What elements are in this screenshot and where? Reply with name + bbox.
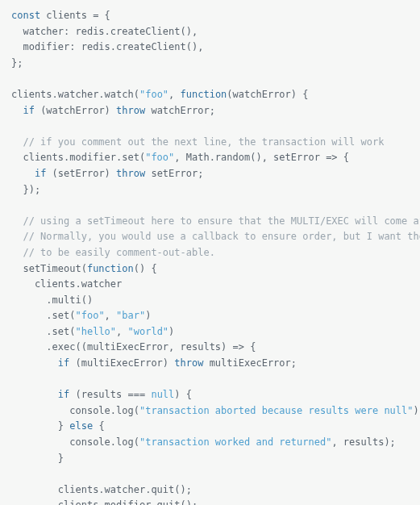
- code-text: (watchError) {: [227, 89, 308, 100]
- comment: // Normally, you would use a callback to…: [11, 231, 420, 242]
- string: "foo": [139, 89, 168, 100]
- code-text: .set(: [11, 326, 75, 337]
- code-text: ) {: [174, 389, 192, 400]
- code-text: clients.watcher.watch(: [11, 89, 139, 100]
- code-text: {: [93, 420, 104, 432]
- code-text: console.log(: [11, 405, 139, 416]
- string: "world": [128, 326, 169, 337]
- code-text: };: [11, 57, 23, 69]
- code-text: (setError): [46, 168, 116, 179]
- code-text: multiExecError;: [203, 357, 297, 369]
- string: "transaction aborted because results wer…: [139, 405, 414, 416]
- code-text: () {: [134, 263, 157, 274]
- code-text: watchError;: [145, 105, 215, 116]
- code-text: ,: [116, 326, 127, 337]
- code-block: const clients = { watcher: redis.createC…: [11, 8, 409, 505]
- code-text: modifier: redis.createClient(),: [11, 41, 203, 52]
- code-text: ,: [105, 310, 116, 321]
- keyword: function: [181, 89, 227, 100]
- code-text: , results);: [331, 436, 395, 448]
- keyword: throw: [174, 357, 203, 369]
- string: "foo": [145, 152, 174, 163]
- code-text: ): [145, 310, 151, 321]
- code-text: );: [414, 405, 420, 416]
- code-text: ,: [168, 89, 180, 100]
- string: "foo": [75, 310, 104, 321]
- string: "bar": [116, 310, 145, 321]
- code-text: .multi(): [11, 294, 93, 306]
- code-text: (results ===: [69, 389, 151, 400]
- literal: null: [151, 389, 174, 400]
- code-text: (watchError): [35, 105, 116, 116]
- code-text: clients.watcher: [11, 278, 122, 290]
- code-text: , Math.random(), setError => {: [174, 152, 349, 163]
- code-text: .set(: [11, 310, 75, 321]
- code-text: setError;: [145, 168, 203, 179]
- code-text: [11, 357, 58, 369]
- code-text: .exec((multiExecError, results) => {: [11, 341, 256, 353]
- code-text: }: [11, 420, 69, 432]
- code-text: });: [11, 184, 40, 195]
- comment: // if you comment out the next line, the…: [11, 136, 384, 148]
- code-text: clients.modifier.set(: [11, 152, 145, 163]
- code-text: clients = {: [40, 10, 110, 21]
- keyword: if: [58, 357, 69, 369]
- keyword: else: [69, 420, 93, 432]
- comment: // using a setTimeout here to ensure tha…: [11, 215, 420, 227]
- code-content: const clients = { watcher: redis.createC…: [11, 10, 420, 505]
- code-text: [11, 105, 23, 116]
- code-text: watcher: redis.createClient(),: [11, 26, 198, 37]
- code-text: console.log(: [11, 436, 139, 448]
- keyword: if: [58, 389, 69, 400]
- keyword: throw: [116, 105, 145, 116]
- string: "hello": [75, 326, 116, 337]
- code-text: setTimeout(: [11, 263, 87, 274]
- code-text: [11, 389, 58, 400]
- code-text: ): [168, 326, 174, 337]
- keyword: if: [35, 168, 46, 179]
- keyword: function: [87, 263, 134, 274]
- string: "transaction worked and returned": [139, 436, 331, 448]
- code-text: [11, 168, 35, 179]
- keyword: throw: [116, 168, 145, 179]
- code-text: }: [11, 453, 64, 464]
- keyword: if: [23, 105, 34, 116]
- code-text: (multiExecError): [69, 357, 174, 369]
- code-text: clients.watcher.quit();: [11, 484, 192, 495]
- keyword: const: [11, 10, 40, 21]
- code-text: clients.modifier.quit();: [11, 499, 198, 505]
- comment: // to be easily comment-out-able.: [11, 247, 215, 258]
